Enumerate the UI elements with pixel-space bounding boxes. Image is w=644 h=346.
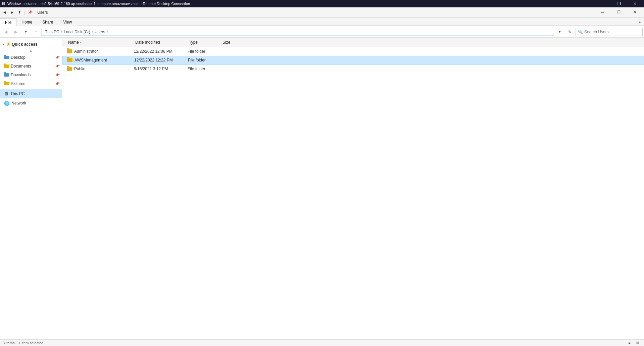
sidebar-item-this-pc[interactable]: 🖥 This PC (0, 89, 62, 98)
downloads-pin-icon: 📌 (55, 73, 59, 77)
tab-file[interactable]: File (0, 18, 16, 26)
address-path[interactable]: This PC › Local Disk (C:) › Users › (42, 28, 554, 36)
search-box[interactable]: 🔍 (576, 28, 643, 36)
quick-access-label: Quick access (12, 42, 38, 47)
tab-share[interactable]: Share (37, 18, 58, 26)
file-date-administrator: 12/22/2022 12:06 PM (134, 49, 188, 54)
desktop-pin-icon: 📌 (55, 56, 59, 59)
title-bar-left: 🖥 Windows-instance - ec2-54-169-2-180.ap… (1, 1, 190, 6)
pictures-pin-icon: 📌 (55, 82, 59, 85)
search-icon: 🔍 (578, 30, 583, 34)
path-this-pc[interactable]: This PC (44, 29, 60, 35)
path-sep-2: › (92, 30, 93, 34)
status-bar: 3 items 1 item selected ≡ ⊞ (0, 339, 644, 346)
tabs-bar: File Home Share View ∧ (0, 17, 644, 26)
file-name-administrator: Administrator (74, 49, 98, 54)
restore-button[interactable]: ❐ (611, 0, 627, 7)
table-row[interactable]: AWSManagement 12/22/2022 12:22 PM File f… (62, 56, 644, 64)
selected-info: 1 item selected (18, 341, 43, 345)
sidebar-item-desktop[interactable]: Desktop 📌 (0, 53, 62, 62)
path-sep-1: › (61, 30, 62, 34)
ribbon-up-btn[interactable]: ⬆ (16, 9, 23, 16)
ribbon-folder-title: Users (35, 10, 50, 15)
file-name-awsmanagement: AWSManagement (75, 58, 107, 62)
file-date-public: 9/15/2021 3:12 PM (134, 67, 188, 71)
ribbon-icon-group: ◀ ▶ ⬆ | 📌 (1, 9, 33, 16)
column-headers: Name ∧ Date modified Type Size (62, 38, 644, 47)
this-pc-icon: 🖥 (4, 91, 8, 96)
col-header-name[interactable]: Name ∧ (67, 39, 134, 45)
file-type-awsmanagement: File folder (188, 58, 221, 62)
network-icon: 🌐 (4, 101, 9, 106)
title-bar: 🖥 Windows-instance - ec2-54-169-2-180.ap… (0, 0, 644, 7)
table-row[interactable]: Public 9/15/2021 3:12 PM File folder (62, 64, 644, 73)
minimize-button[interactable]: ─ (595, 0, 610, 7)
main-layout: ▾ ★ Quick access ▲ Desktop 📌 Documents 📌… (0, 38, 644, 339)
address-bar: ◀ ▶ ▼ ↑ This PC › Local Disk (C:) › User… (0, 26, 644, 38)
back-button[interactable]: ◀ (1, 28, 10, 36)
quick-access-icon: ★ (6, 42, 10, 47)
inner-minimize-btn[interactable]: ─ (595, 9, 610, 16)
large-icons-btn[interactable]: ⊞ (634, 340, 641, 346)
dropdown-btn[interactable]: ▼ (555, 28, 564, 36)
title-bar-controls: ─ ❐ ✕ (595, 0, 643, 7)
table-row[interactable]: Administrator 12/22/2022 12:06 PM File f… (62, 47, 644, 56)
item-count: 3 items (3, 341, 14, 345)
tab-home[interactable]: Home (16, 18, 37, 26)
ribbon-forward-btn[interactable]: ▶ (9, 9, 15, 16)
col-header-size[interactable]: Size (221, 39, 248, 45)
path-sep-3: › (107, 30, 108, 34)
path-local-disk[interactable]: Local Disk (C:) (63, 29, 91, 35)
file-name-public: Public (74, 67, 85, 71)
refresh-button[interactable]: ↻ (565, 28, 574, 36)
ribbon-bar: ◀ ▶ ⬆ | 📌 Users ─ ❐ ✕ (0, 7, 644, 17)
quick-access-header[interactable]: ▾ ★ Quick access (0, 40, 62, 48)
file-type-administrator: File folder (188, 49, 221, 54)
inner-restore-btn[interactable]: ❐ (611, 9, 627, 16)
view-controls: ≡ ⊞ (626, 340, 641, 346)
path-users[interactable]: Users (94, 29, 106, 35)
forward-button[interactable]: ▶ (11, 28, 20, 36)
col-header-type[interactable]: Type (188, 39, 221, 45)
scroll-up-arrow[interactable]: ▲ (0, 48, 62, 53)
inner-close-btn[interactable]: ✕ (627, 9, 643, 16)
sidebar-item-network[interactable]: 🌐 Network (0, 99, 62, 107)
sidebar-item-downloads[interactable]: Downloads 📌 (0, 71, 62, 79)
ribbon-collapse-btn[interactable]: ∧ (635, 18, 644, 26)
sidebar-item-documents[interactable]: Documents 📌 (0, 62, 62, 71)
col-header-date[interactable]: Date modified (134, 39, 188, 45)
sort-arrow-icon: ∧ (80, 41, 82, 44)
details-view-btn[interactable]: ≡ (626, 340, 633, 346)
search-input[interactable] (584, 30, 640, 34)
file-date-awsmanagement: 12/22/2022 12:22 PM (134, 58, 188, 62)
sidebar-item-pictures[interactable]: Pictures 📌 (0, 79, 62, 88)
sidebar: ▾ ★ Quick access ▲ Desktop 📌 Documents 📌… (0, 38, 62, 339)
quick-access-chevron: ▾ (3, 43, 4, 46)
app-icon: 🖥 (1, 1, 5, 6)
ribbon-back-btn[interactable]: ◀ (1, 9, 8, 16)
window-title: Windows-instance - ec2-54-169-2-180.ap-s… (7, 2, 190, 6)
up-button[interactable]: ↑ (32, 28, 40, 36)
close-button[interactable]: ✕ (627, 0, 643, 7)
documents-pin-icon: 📌 (55, 64, 59, 68)
content-area: Name ∧ Date modified Type Size Administr… (62, 38, 644, 339)
tab-view[interactable]: View (58, 18, 77, 26)
ribbon-pin-btn[interactable]: 📌 (27, 9, 33, 16)
file-type-public: File folder (188, 67, 221, 71)
recent-locations-button[interactable]: ▼ (21, 28, 30, 36)
inner-window-controls: ─ ❐ ✕ (595, 9, 643, 16)
